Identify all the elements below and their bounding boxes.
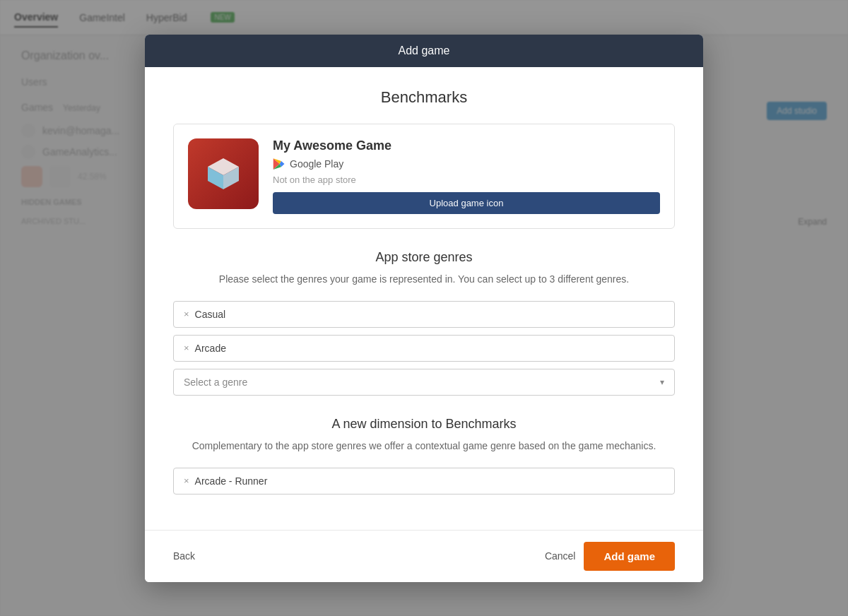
- back-button[interactable]: Back: [173, 550, 195, 562]
- arcade-runner-remove-icon[interactable]: ×: [184, 475, 189, 486]
- arcade-genre-tag[interactable]: × Arcade: [173, 335, 675, 362]
- not-on-store-text: Not on the app store: [273, 174, 660, 185]
- benchmarks-title: Benchmarks: [173, 88, 675, 107]
- casual-genre-label: Casual: [195, 309, 226, 320]
- arcade-runner-tag[interactable]: × Arcade - Runner: [173, 468, 675, 494]
- cancel-button[interactable]: Cancel: [545, 550, 576, 562]
- modal-footer: Back Cancel Add game: [145, 530, 703, 582]
- game-info: My Awesome Game Google Play Not on the a: [273, 138, 660, 214]
- dimension-section: A new dimension to Benchmarks Complement…: [173, 417, 675, 494]
- upload-game-icon-button[interactable]: Upload game icon: [273, 192, 660, 214]
- casual-genre-tag[interactable]: × Casual: [173, 301, 675, 328]
- genres-desc: Please select the genres your game is re…: [173, 272, 675, 287]
- genre-select-dropdown[interactable]: Select a genre ▾: [173, 369, 675, 396]
- google-play-icon: [273, 158, 285, 170]
- arcade-runner-label: Arcade - Runner: [195, 475, 268, 487]
- arcade-remove-icon[interactable]: ×: [184, 343, 189, 353]
- game-card: My Awesome Game Google Play Not on the a: [173, 124, 675, 229]
- casual-remove-icon[interactable]: ×: [184, 309, 189, 319]
- genres-title: App store genres: [173, 250, 675, 265]
- arcade-genre-label: Arcade: [195, 343, 226, 354]
- footer-right-actions: Cancel Add game: [545, 542, 675, 571]
- chevron-down-icon: ▾: [660, 377, 664, 387]
- dimension-desc: Complementary to the app store genres we…: [173, 439, 675, 454]
- modal-header: Add game: [145, 35, 703, 67]
- game-icon-svg: [202, 153, 245, 195]
- game-title: My Awesome Game: [273, 138, 660, 153]
- genre-select-placeholder: Select a genre: [184, 377, 247, 388]
- store-name: Google Play: [290, 158, 343, 170]
- modal-body: Benchmarks My Awes: [145, 67, 703, 530]
- dimension-title: A new dimension to Benchmarks: [173, 417, 675, 432]
- genres-section: App store genres Please select the genre…: [173, 250, 675, 396]
- add-game-button[interactable]: Add game: [584, 542, 675, 571]
- game-store: Google Play: [273, 158, 660, 170]
- game-icon-container: [188, 138, 259, 209]
- add-game-modal: Add game Benchmarks: [145, 35, 703, 582]
- modal-overlay: Add game Benchmarks: [0, 0, 848, 616]
